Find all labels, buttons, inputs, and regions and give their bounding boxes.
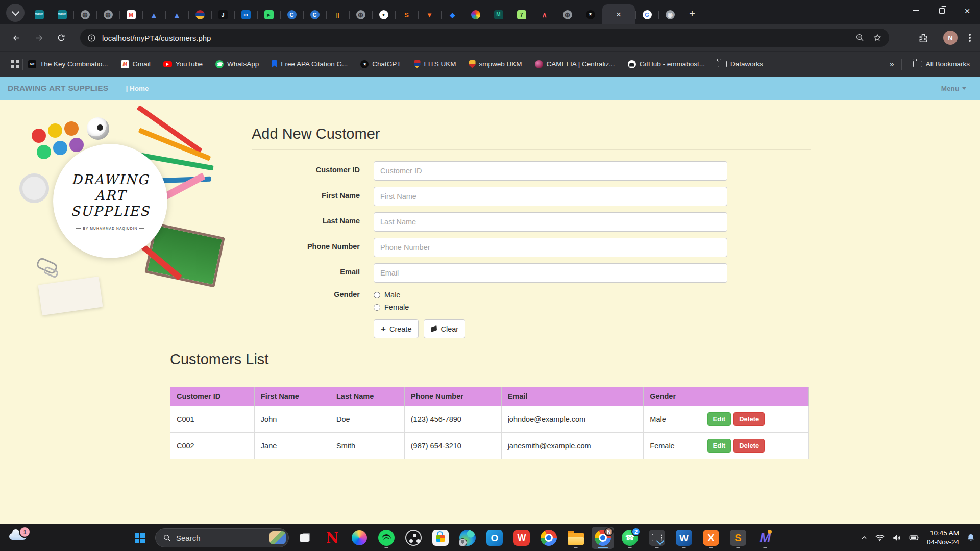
- tab-wise[interactable]: 7: [510, 5, 533, 24]
- tab-search-button[interactable]: [6, 4, 24, 22]
- gender-female-radio[interactable]: [374, 304, 380, 311]
- bookmark-key-combination[interactable]: The Key Combinatio...: [28, 60, 108, 68]
- url-text[interactable]: localhost/myPT4/customers.php: [102, 34, 855, 42]
- tab-google[interactable]: G: [635, 5, 658, 24]
- tab-gmail[interactable]: M: [119, 5, 142, 24]
- forward-button[interactable]: [28, 28, 50, 48]
- bookmark-fits-ukm[interactable]: FITS UKM: [414, 60, 456, 68]
- window-close-button[interactable]: ×: [954, 0, 980, 21]
- gender-male-radio[interactable]: [374, 292, 380, 298]
- taskbar-file-explorer[interactable]: [565, 527, 587, 549]
- last-name-input[interactable]: [374, 212, 727, 232]
- browser-menu-icon[interactable]: [969, 37, 971, 39]
- tab-coursera-1[interactable]: C: [280, 5, 303, 24]
- bookmark-apa-citation[interactable]: Free APA Citation G...: [272, 60, 348, 68]
- bookmark-whatsapp[interactable]: WhatsApp: [215, 60, 259, 68]
- tab-airbnb[interactable]: ∧: [533, 5, 556, 24]
- taskbar-edge[interactable]: [456, 527, 479, 549]
- delete-button[interactable]: Delete: [733, 412, 765, 426]
- tab-close-icon[interactable]: ×: [616, 10, 621, 19]
- bookmark-chatgpt[interactable]: ChatGPT: [360, 60, 401, 68]
- taskbar-m-assistant[interactable]: M: [754, 527, 776, 549]
- home-link[interactable]: | Home: [126, 85, 149, 92]
- taskbar-search-box[interactable]: Search: [155, 528, 289, 547]
- profile-avatar[interactable]: N: [943, 31, 958, 45]
- tab-tmrnd-2[interactable]: TMRND: [51, 5, 74, 24]
- taskbar-widgets-button[interactable]: 1: [7, 526, 32, 549]
- tab-linkedin[interactable]: in: [234, 5, 257, 24]
- edit-button[interactable]: Edit: [707, 439, 731, 453]
- tab-jira[interactable]: ◆: [441, 5, 464, 24]
- tab-globe-1[interactable]: ⊕: [74, 5, 96, 24]
- tray-chevron-up-icon[interactable]: [860, 534, 868, 542]
- site-info-icon[interactable]: [87, 34, 96, 42]
- volume-icon[interactable]: [892, 533, 902, 543]
- notifications-bell-icon[interactable]: [966, 533, 976, 543]
- all-bookmarks-button[interactable]: All Bookmarks: [913, 60, 970, 68]
- new-tab-button[interactable]: +: [683, 5, 701, 22]
- customer-id-input[interactable]: [374, 161, 727, 181]
- clear-button[interactable]: Clear: [424, 319, 465, 338]
- address-bar[interactable]: localhost/myPT4/customers.php: [80, 29, 889, 47]
- site-brand[interactable]: DRAWING ART SUPPLIES: [8, 84, 108, 93]
- reload-button[interactable]: [50, 28, 72, 48]
- tab-gitlab[interactable]: ▼: [418, 5, 441, 24]
- taskbar-snipping-tool[interactable]: [646, 527, 668, 549]
- taskbar-chrome-profile[interactable]: N: [592, 527, 614, 549]
- bookmarks-overflow-button[interactable]: »: [890, 60, 894, 69]
- taskbar-whatsapp[interactable]: 2: [619, 527, 641, 549]
- tab-active-customers-php[interactable]: ×: [602, 4, 635, 24]
- taskbar-copilot[interactable]: [348, 527, 371, 549]
- tab-chrome-gray[interactable]: ◉: [658, 5, 681, 24]
- bookmark-smpweb-ukm[interactable]: smpweb UKM: [469, 60, 522, 68]
- taskbar-sublime-text[interactable]: S: [727, 527, 749, 549]
- bookmark-star-icon[interactable]: [873, 33, 882, 42]
- taskbar-task-view[interactable]: [294, 527, 316, 549]
- extensions-icon[interactable]: [918, 33, 928, 43]
- taskbar-clock[interactable]: 10:45 AM 04-Nov-24: [927, 529, 959, 546]
- taskbar-chrome[interactable]: [537, 527, 560, 549]
- window-restore-button[interactable]: [929, 0, 954, 21]
- taskbar-obs[interactable]: [402, 527, 425, 549]
- taskbar-ms-store[interactable]: [429, 527, 452, 549]
- create-button[interactable]: + Create: [374, 319, 419, 338]
- bookmark-github[interactable]: GitHub - emmabost...: [628, 60, 705, 68]
- edit-button[interactable]: Edit: [707, 412, 731, 426]
- tab-palette[interactable]: [464, 5, 487, 24]
- taskbar-xampp[interactable]: X: [700, 527, 722, 549]
- wifi-icon[interactable]: [875, 533, 885, 543]
- taskbar-netflix[interactable]: N: [321, 527, 344, 549]
- tab-ukm-crest[interactable]: [188, 5, 211, 24]
- tab-lightcast[interactable]: ||: [326, 5, 349, 24]
- tab-github[interactable]: ●: [372, 5, 395, 24]
- tab-rocket-1[interactable]: ▲: [142, 5, 165, 24]
- bookmark-dataworks[interactable]: Dataworks: [718, 60, 763, 68]
- start-button[interactable]: [129, 527, 150, 549]
- tab-globe-2[interactable]: ⊕: [96, 5, 119, 24]
- taskbar-outlook[interactable]: O: [483, 527, 506, 549]
- bookmark-gmail[interactable]: Gmail: [121, 60, 151, 68]
- apps-grid-icon[interactable]: [11, 60, 14, 63]
- bookmark-camelia[interactable]: CAMELIA | Centraliz...: [535, 60, 615, 68]
- window-minimize-button[interactable]: [903, 0, 929, 21]
- tab-monday[interactable]: M: [487, 5, 510, 24]
- tab-chatgpt[interactable]: *: [579, 5, 602, 24]
- bookmark-youtube[interactable]: YouTube: [163, 60, 203, 68]
- menu-dropdown[interactable]: Menu: [941, 85, 966, 92]
- taskbar-word[interactable]: W: [673, 527, 695, 549]
- phone-number-input[interactable]: [374, 238, 727, 257]
- taskbar-wps-office[interactable]: W: [510, 527, 533, 549]
- tab-orange-s[interactable]: S: [395, 5, 418, 24]
- first-name-input[interactable]: [374, 187, 727, 206]
- delete-button[interactable]: Delete: [733, 439, 765, 453]
- tab-jnt[interactable]: J: [211, 5, 234, 24]
- tab-tmrnd-1[interactable]: TMRND: [28, 5, 51, 24]
- tab-rocket-2[interactable]: ▲: [165, 5, 188, 24]
- tab-cursor-green[interactable]: ▸: [257, 5, 280, 24]
- email-input[interactable]: [374, 263, 727, 283]
- battery-icon[interactable]: [909, 533, 920, 543]
- zoom-out-icon[interactable]: [855, 33, 865, 42]
- tab-coursera-2[interactable]: C: [303, 5, 326, 24]
- tab-globe-3[interactable]: ⊕: [349, 5, 372, 24]
- tab-globe-4[interactable]: ⊕: [556, 5, 579, 24]
